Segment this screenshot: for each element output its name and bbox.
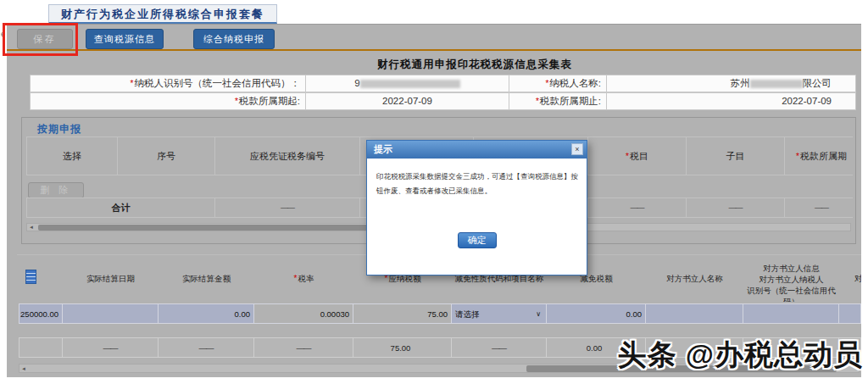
summary-dash: —— [63,337,159,358]
col-settle-date: 实际结算日期 [63,256,159,302]
form-row-2: *税款所属期起: 2022-07-09 *税款所属期止: 2022-07-09 [30,92,856,110]
cell-clipped[interactable] [839,303,861,324]
col-doc-no: 应税凭证税务编号 [215,137,360,175]
summary-dash: —— [254,337,353,358]
cell-settle-amount[interactable]: 0.00 [159,303,254,324]
dialog-message: 印花税税源采集数据提交金三成功，可通过【查询税源信息】按 钮作废、查看或者修改已… [367,159,587,198]
party-info-group-label: 对方书立人信息 [743,263,839,274]
col-select: 选择 [27,137,118,175]
taxpayer-name-label: *纳税人名称: [509,75,607,92]
col-seq: 序号 [118,137,215,175]
required-mark: * [536,97,539,106]
total-dash: —— [687,198,785,217]
taxpayer-name-field[interactable]: 苏州限公司 [607,75,857,92]
taxpayer-id-label: *纳税人识别号（统一社会信用代码）： [31,75,306,92]
dialog-title: 提示 [374,144,392,154]
period-end-field[interactable]: 2022-07-09 [607,93,857,109]
col-party-id: 对方书立人信息 对方书立人纳税人 识别号（统一社会信用代码） [743,256,839,302]
close-icon[interactable]: × [571,143,583,155]
total-dash: —— [785,198,856,217]
ok-button[interactable]: 确定 [458,232,497,248]
period-start-field[interactable]: 2022-07-09 [306,93,509,109]
cell-amount-base[interactable]: 250000.00 [19,303,63,324]
cell-tax-rate[interactable]: 0.00030 [254,303,353,324]
scroll-left-arrow[interactable]: ◄ [29,224,34,231]
total-dash: —— [215,198,360,217]
watermark: 头条 @办税总动员 [617,336,863,375]
exemption-select[interactable]: 请选择∨ [452,303,547,324]
tab-property-tax-package[interactable]: 财产行为税企业所得税综合申报套餐 [48,4,277,24]
cell-party-name[interactable] [646,303,743,324]
required-mark: * [294,274,298,283]
divider-line [7,49,861,51]
period-end-label: *税款所属期止: [509,93,607,109]
party-id-line1: 对方书立人纳税人 [743,274,839,285]
summary-dash: —— [159,337,254,358]
total-dash: —— [588,198,687,217]
grid-icon[interactable] [25,270,36,284]
cell-settle-date[interactable] [63,303,159,324]
col-period: *税款所属期 [785,137,856,175]
alert-dialog: 提示 × 印花税税源采集数据提交金三成功，可通过【查询税源信息】按 钮作废、查看… [366,140,587,275]
required-mark: * [131,79,134,88]
tab-bar: 财产行为税企业所得税综合申报套餐 [7,4,861,24]
cell-exemption-amount[interactable]: 0.00 [547,303,646,324]
red-annotation-box [3,23,78,56]
total-label: 合计 [27,198,215,217]
delete-button[interactable]: 删 除 [28,182,84,198]
dialog-title-bar: 提示 [367,141,587,159]
cell-tax-payable[interactable]: 75.00 [353,303,452,324]
screen: e 财产行为税企业所得税综合申报套餐 保存 查询税源信息 综合纳税申报 财行税通… [0,0,868,384]
summary-tax-payable: 75.00 [353,337,452,358]
col-settle-amount: 实际结算金额 [159,256,254,302]
query-tax-source-button[interactable]: 查询税源信息 [86,29,164,49]
required-mark: * [626,152,629,161]
col-party-name: 对方书立人名称 [646,256,743,302]
chevron-down-icon: ∨ [536,304,541,324]
period-start-label: *税款所属期起: [31,93,306,109]
col-sub-item: 子目 [687,137,785,175]
summary-dash: —— [452,337,547,358]
taxpayer-id-field[interactable]: 9 [306,75,509,92]
summary-empty [19,337,63,358]
redacted-taxpayer-id [360,80,460,88]
col-tax-rate: *税率 [254,256,353,302]
section-title: 按期申报 [37,122,81,136]
required-mark: * [235,97,238,106]
required-mark: * [796,152,799,161]
comprehensive-declare-button[interactable]: 综合纳税申报 [193,29,275,49]
col-clipped: 对 [839,256,861,302]
scroll-left-arrow[interactable]: ◄ [21,365,26,373]
redacted-taxpayer-name [750,80,803,88]
cell-party-id[interactable] [743,303,839,324]
page-title: 财行税通用申报印花税税源信息采集表 [93,58,856,72]
form-row-1: *纳税人识别号（统一社会信用代码）： 9 *纳税人名称: 苏州限公司 [30,75,856,92]
required-mark: * [545,79,548,88]
party-id-line2: 识别号（统一社会信用代码） [743,285,839,302]
col-tax-item: *税目 [588,137,687,175]
